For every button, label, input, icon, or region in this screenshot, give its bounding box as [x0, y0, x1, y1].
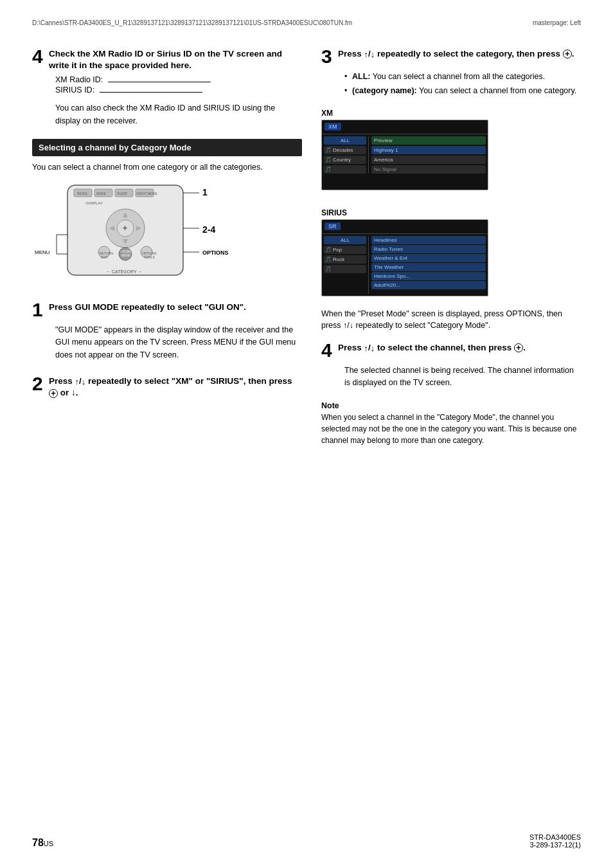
step4-right-header: 4 Press ↑/↓ to select the channel, then …: [321, 339, 581, 361]
step1-num: 1: [32, 299, 46, 320]
step4-left-title: Check the XM Radio ID or Sirius ID on th…: [49, 46, 302, 71]
step3-bullets: ALL: You can select a channel from all t…: [344, 71, 581, 97]
svg-text:SLEEP: SLEEP: [117, 192, 128, 195]
step2-header: 2 Press ↑/↓ repeatedly to select "XM" or…: [32, 373, 302, 399]
svg-text:+: +: [123, 224, 127, 233]
svg-text:MENU: MENU: [121, 253, 131, 257]
step2-block: 2 Press ↑/↓ repeatedly to select "XM" or…: [32, 373, 302, 399]
step4-left-fields: XM Radio ID: SIRIUS ID: You can also che…: [55, 75, 302, 127]
sirius-id-field: SIRIUS ID:: [55, 86, 302, 95]
step1-body: "GUI MODE" appears in the display window…: [55, 324, 302, 361]
xm-screen-label: XM: [321, 109, 581, 118]
device-diagram: RESOL. MODE SLEEP NIGHT MODE ↑DISPLAY +: [32, 180, 251, 293]
svg-text:2-4: 2-4: [202, 224, 215, 235]
step4-right-title: Press ↑/↓ to select the channel, then pr…: [338, 339, 526, 354]
step2-num: 2: [32, 373, 46, 394]
svg-text:1: 1: [202, 187, 208, 197]
between-screens-text: When the "Preset Mode" screen is display…: [321, 308, 581, 332]
bullet-category: (category name): You can select a channe…: [344, 85, 581, 97]
note-block: Note When you select a channel in the "C…: [321, 401, 581, 446]
svg-text:MODE: MODE: [96, 192, 107, 195]
step3-num: 3: [321, 46, 335, 67]
svg-text:MENU: MENU: [35, 249, 50, 255]
doc-number: 3-289-137-12(1): [529, 841, 581, 849]
sirius-screen-block: SIRIUS SR ALL: [321, 208, 581, 296]
svg-text:↑DISPLAY: ↑DISPLAY: [85, 201, 103, 205]
step4-left-header: 4 Check the XM Radio ID or Sirius ID on …: [32, 46, 302, 71]
step3-block: 3 Press ↑/↓ repeatedly to select the cat…: [321, 46, 581, 97]
page-number: 78US: [32, 837, 53, 849]
right-column: 3 Press ↑/↓ repeatedly to select the cat…: [321, 46, 581, 446]
xm-radio-id-field: XM Radio ID:: [55, 75, 302, 84]
step1-text: "GUI MODE" appears in the display window…: [55, 324, 302, 361]
step1-header: 1 Press GUI MODE repeatedly to select "G…: [32, 299, 302, 320]
page-footer: 78US STR-DA3400ES 3-289-137-12(1): [32, 833, 581, 849]
sirius-screen-container: SR ALL 🎵 Pop: [321, 219, 488, 296]
step1-title: Press GUI MODE repeatedly to select "GUI…: [49, 299, 246, 313]
note-label: Note: [321, 401, 581, 410]
header-meta: D:\Cannes\STR-DA3400ES_U_R1\3289137121\3…: [32, 19, 581, 26]
xm-screen-block: XM XM ALL: [321, 109, 581, 190]
svg-text:RESOL.: RESOL.: [77, 192, 89, 195]
svg-text:← CATEGORY →: ← CATEGORY →: [106, 269, 142, 274]
masterpage: masterpage: Left: [533, 19, 581, 26]
xm-screen-container: XM ALL 🎵 Decades: [321, 120, 488, 190]
svg-text:TOOLS: TOOLS: [144, 255, 155, 259]
intro-text: You can select a channel from one catego…: [32, 161, 302, 174]
step4-right-num: 4: [321, 339, 335, 361]
bullet-all: ALL: You can select a channel from all t…: [344, 71, 581, 83]
step4-right-block: 4 Press ↑/↓ to select the channel, then …: [321, 339, 581, 390]
step2-title: Press ↑/↓ repeatedly to select "XM" or "…: [49, 373, 302, 399]
step4-left-block: 4 Check the XM Radio ID or Sirius ID on …: [32, 46, 302, 127]
xm-screen: XM ALL 🎵 Decades: [321, 120, 488, 190]
step1-block: 1 Press GUI MODE repeatedly to select "G…: [32, 299, 302, 361]
step3-header: 3 Press ↑/↓ repeatedly to select the cat…: [321, 46, 581, 67]
step3-title: Press ↑/↓ repeatedly to select the categ…: [338, 46, 574, 60]
sirius-screen: SR ALL 🎵 Pop: [321, 219, 488, 296]
svg-text:OPTIONS: OPTIONS: [202, 249, 229, 256]
step4-left-num: 4: [32, 46, 46, 67]
filepath: D:\Cannes\STR-DA3400ES_U_R1\3289137121\3…: [32, 19, 352, 26]
sirius-screen-label: SIRIUS: [321, 208, 581, 217]
device-diagram-svg: RESOL. MODE SLEEP NIGHT MODE ↑DISPLAY +: [32, 180, 251, 293]
footer-right: STR-DA3400ES 3-289-137-12(1): [529, 833, 581, 849]
product-code: STR-DA3400ES: [529, 833, 581, 841]
svg-text:EXIT: EXIT: [101, 255, 108, 259]
note-text: When you select a channel in the "Catego…: [321, 411, 581, 446]
section-title: Selecting a channel by Category Mode: [32, 139, 302, 156]
xm-radio-id-underline: [108, 82, 211, 82]
step4-right-text: The selected channel is being received. …: [344, 365, 581, 390]
sirius-id-underline: [100, 92, 202, 93]
step4-right-body: The selected channel is being received. …: [344, 365, 581, 390]
svg-text:NIGHT MODE: NIGHT MODE: [137, 192, 158, 195]
left-column: 4 Check the XM Radio ID or Sirius ID on …: [32, 46, 302, 446]
step4-left-body: You can also check the XM Radio ID and S…: [55, 102, 302, 127]
